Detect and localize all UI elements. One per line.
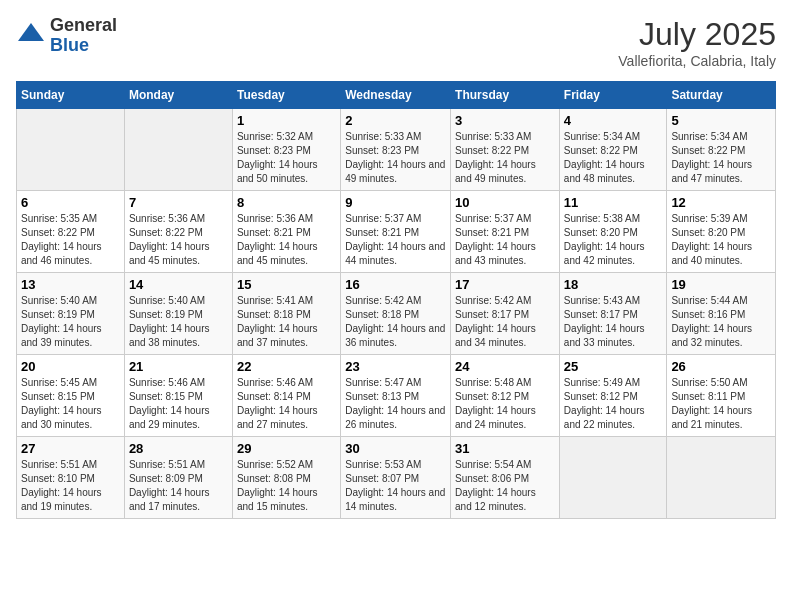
- day-info: Sunrise: 5:34 AMSunset: 8:22 PMDaylight:…: [671, 130, 771, 186]
- col-header-tuesday: Tuesday: [232, 82, 340, 109]
- day-info: Sunrise: 5:46 AMSunset: 8:15 PMDaylight:…: [129, 376, 228, 432]
- day-info: Sunrise: 5:36 AMSunset: 8:22 PMDaylight:…: [129, 212, 228, 268]
- day-info: Sunrise: 5:54 AMSunset: 8:06 PMDaylight:…: [455, 458, 555, 514]
- day-info: Sunrise: 5:36 AMSunset: 8:21 PMDaylight:…: [237, 212, 336, 268]
- calendar-cell: 9Sunrise: 5:37 AMSunset: 8:21 PMDaylight…: [341, 191, 451, 273]
- day-number: 2: [345, 113, 446, 128]
- day-info: Sunrise: 5:37 AMSunset: 8:21 PMDaylight:…: [345, 212, 446, 268]
- day-info: Sunrise: 5:48 AMSunset: 8:12 PMDaylight:…: [455, 376, 555, 432]
- calendar-cell: 6Sunrise: 5:35 AMSunset: 8:22 PMDaylight…: [17, 191, 125, 273]
- day-info: Sunrise: 5:40 AMSunset: 8:19 PMDaylight:…: [21, 294, 120, 350]
- day-info: Sunrise: 5:38 AMSunset: 8:20 PMDaylight:…: [564, 212, 663, 268]
- day-number: 24: [455, 359, 555, 374]
- header-row: SundayMondayTuesdayWednesdayThursdayFrid…: [17, 82, 776, 109]
- day-number: 10: [455, 195, 555, 210]
- calendar-cell: 22Sunrise: 5:46 AMSunset: 8:14 PMDayligh…: [232, 355, 340, 437]
- location: Vallefiorita, Calabria, Italy: [618, 53, 776, 69]
- col-header-sunday: Sunday: [17, 82, 125, 109]
- day-info: Sunrise: 5:42 AMSunset: 8:18 PMDaylight:…: [345, 294, 446, 350]
- day-info: Sunrise: 5:51 AMSunset: 8:10 PMDaylight:…: [21, 458, 120, 514]
- calendar-cell: 18Sunrise: 5:43 AMSunset: 8:17 PMDayligh…: [559, 273, 667, 355]
- day-number: 9: [345, 195, 446, 210]
- calendar-cell: 20Sunrise: 5:45 AMSunset: 8:15 PMDayligh…: [17, 355, 125, 437]
- day-info: Sunrise: 5:46 AMSunset: 8:14 PMDaylight:…: [237, 376, 336, 432]
- col-header-monday: Monday: [124, 82, 232, 109]
- svg-marker-0: [18, 23, 44, 41]
- day-number: 21: [129, 359, 228, 374]
- calendar-cell: 29Sunrise: 5:52 AMSunset: 8:08 PMDayligh…: [232, 437, 340, 519]
- calendar-cell: 7Sunrise: 5:36 AMSunset: 8:22 PMDaylight…: [124, 191, 232, 273]
- day-number: 18: [564, 277, 663, 292]
- calendar-cell: [124, 109, 232, 191]
- calendar-cell: [17, 109, 125, 191]
- calendar-cell: 2Sunrise: 5:33 AMSunset: 8:23 PMDaylight…: [341, 109, 451, 191]
- day-info: Sunrise: 5:37 AMSunset: 8:21 PMDaylight:…: [455, 212, 555, 268]
- calendar-week-2: 6Sunrise: 5:35 AMSunset: 8:22 PMDaylight…: [17, 191, 776, 273]
- day-info: Sunrise: 5:41 AMSunset: 8:18 PMDaylight:…: [237, 294, 336, 350]
- calendar-cell: 13Sunrise: 5:40 AMSunset: 8:19 PMDayligh…: [17, 273, 125, 355]
- day-info: Sunrise: 5:53 AMSunset: 8:07 PMDaylight:…: [345, 458, 446, 514]
- day-number: 23: [345, 359, 446, 374]
- day-info: Sunrise: 5:51 AMSunset: 8:09 PMDaylight:…: [129, 458, 228, 514]
- day-info: Sunrise: 5:52 AMSunset: 8:08 PMDaylight:…: [237, 458, 336, 514]
- day-number: 6: [21, 195, 120, 210]
- logo-blue: Blue: [50, 36, 117, 56]
- calendar-cell: 21Sunrise: 5:46 AMSunset: 8:15 PMDayligh…: [124, 355, 232, 437]
- day-number: 16: [345, 277, 446, 292]
- day-number: 28: [129, 441, 228, 456]
- calendar-cell: 1Sunrise: 5:32 AMSunset: 8:23 PMDaylight…: [232, 109, 340, 191]
- day-number: 12: [671, 195, 771, 210]
- calendar-week-5: 27Sunrise: 5:51 AMSunset: 8:10 PMDayligh…: [17, 437, 776, 519]
- calendar-cell: 30Sunrise: 5:53 AMSunset: 8:07 PMDayligh…: [341, 437, 451, 519]
- day-number: 31: [455, 441, 555, 456]
- day-number: 17: [455, 277, 555, 292]
- day-number: 13: [21, 277, 120, 292]
- day-number: 7: [129, 195, 228, 210]
- day-number: 27: [21, 441, 120, 456]
- day-info: Sunrise: 5:42 AMSunset: 8:17 PMDaylight:…: [455, 294, 555, 350]
- page-header: General Blue July 2025 Vallefiorita, Cal…: [16, 16, 776, 69]
- calendar-table: SundayMondayTuesdayWednesdayThursdayFrid…: [16, 81, 776, 519]
- calendar-cell: 25Sunrise: 5:49 AMSunset: 8:12 PMDayligh…: [559, 355, 667, 437]
- calendar-cell: [667, 437, 776, 519]
- calendar-cell: 17Sunrise: 5:42 AMSunset: 8:17 PMDayligh…: [451, 273, 560, 355]
- calendar-week-3: 13Sunrise: 5:40 AMSunset: 8:19 PMDayligh…: [17, 273, 776, 355]
- day-number: 19: [671, 277, 771, 292]
- day-number: 11: [564, 195, 663, 210]
- day-number: 15: [237, 277, 336, 292]
- day-info: Sunrise: 5:35 AMSunset: 8:22 PMDaylight:…: [21, 212, 120, 268]
- day-info: Sunrise: 5:33 AMSunset: 8:22 PMDaylight:…: [455, 130, 555, 186]
- calendar-cell: 26Sunrise: 5:50 AMSunset: 8:11 PMDayligh…: [667, 355, 776, 437]
- day-info: Sunrise: 5:43 AMSunset: 8:17 PMDaylight:…: [564, 294, 663, 350]
- col-header-saturday: Saturday: [667, 82, 776, 109]
- logo-text: General Blue: [50, 16, 117, 56]
- day-number: 26: [671, 359, 771, 374]
- calendar-cell: 16Sunrise: 5:42 AMSunset: 8:18 PMDayligh…: [341, 273, 451, 355]
- col-header-thursday: Thursday: [451, 82, 560, 109]
- col-header-friday: Friday: [559, 82, 667, 109]
- day-info: Sunrise: 5:32 AMSunset: 8:23 PMDaylight:…: [237, 130, 336, 186]
- calendar-cell: 23Sunrise: 5:47 AMSunset: 8:13 PMDayligh…: [341, 355, 451, 437]
- day-number: 4: [564, 113, 663, 128]
- logo: General Blue: [16, 16, 117, 56]
- day-number: 1: [237, 113, 336, 128]
- day-info: Sunrise: 5:40 AMSunset: 8:19 PMDaylight:…: [129, 294, 228, 350]
- day-number: 5: [671, 113, 771, 128]
- calendar-cell: 27Sunrise: 5:51 AMSunset: 8:10 PMDayligh…: [17, 437, 125, 519]
- calendar-cell: 3Sunrise: 5:33 AMSunset: 8:22 PMDaylight…: [451, 109, 560, 191]
- day-number: 14: [129, 277, 228, 292]
- calendar-week-1: 1Sunrise: 5:32 AMSunset: 8:23 PMDaylight…: [17, 109, 776, 191]
- calendar-cell: 11Sunrise: 5:38 AMSunset: 8:20 PMDayligh…: [559, 191, 667, 273]
- day-info: Sunrise: 5:49 AMSunset: 8:12 PMDaylight:…: [564, 376, 663, 432]
- calendar-cell: 8Sunrise: 5:36 AMSunset: 8:21 PMDaylight…: [232, 191, 340, 273]
- day-number: 30: [345, 441, 446, 456]
- day-info: Sunrise: 5:44 AMSunset: 8:16 PMDaylight:…: [671, 294, 771, 350]
- calendar-cell: 28Sunrise: 5:51 AMSunset: 8:09 PMDayligh…: [124, 437, 232, 519]
- calendar-cell: 19Sunrise: 5:44 AMSunset: 8:16 PMDayligh…: [667, 273, 776, 355]
- day-info: Sunrise: 5:45 AMSunset: 8:15 PMDaylight:…: [21, 376, 120, 432]
- day-info: Sunrise: 5:39 AMSunset: 8:20 PMDaylight:…: [671, 212, 771, 268]
- month-year: July 2025: [618, 16, 776, 53]
- day-number: 22: [237, 359, 336, 374]
- day-number: 29: [237, 441, 336, 456]
- calendar-cell: 24Sunrise: 5:48 AMSunset: 8:12 PMDayligh…: [451, 355, 560, 437]
